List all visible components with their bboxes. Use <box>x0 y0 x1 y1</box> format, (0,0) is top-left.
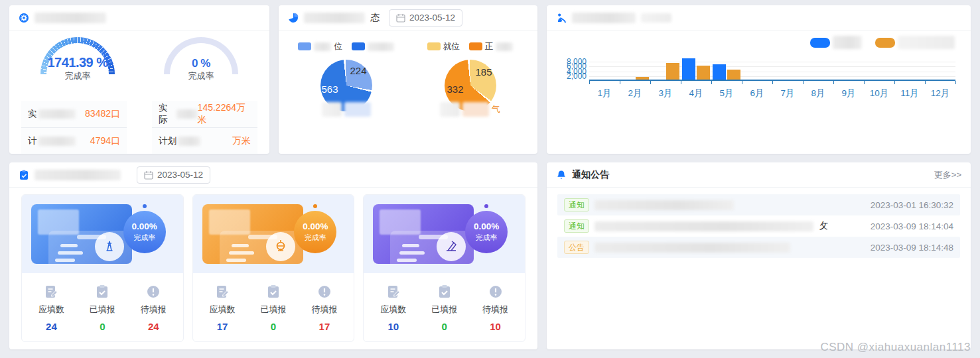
clipboard-check-icon <box>265 284 281 300</box>
panel-fill-title-redacted <box>35 170 121 180</box>
notice-list: 通知 2023-03-01 16:30:32通知 攵 2023-03-09 18… <box>547 188 971 258</box>
completion-table-length: 实际 145.2264万米 计划 万米 <box>152 101 257 154</box>
row-label: 计 <box>28 135 76 147</box>
calendar-icon <box>396 13 405 23</box>
stat-label: 已填报 <box>419 304 470 316</box>
legend-item: 就位 <box>427 41 460 52</box>
stat-label: 应填数 <box>368 304 419 316</box>
fill-date-value: 2023-05-12 <box>157 170 203 180</box>
fill-card-blue[interactable]: 0.00% 完成率 应填数 24 已填报 0 <box>21 194 184 342</box>
y-tick-label: 2,000 <box>567 72 587 80</box>
status-date-value: 2023-05-12 <box>409 13 455 23</box>
notice-title-redacted <box>595 221 813 231</box>
notice-title-redacted <box>595 243 790 253</box>
legend-swatch <box>469 42 482 50</box>
more-link[interactable]: 更多>> <box>934 169 961 181</box>
x-tick-label: 3月 <box>650 62 681 99</box>
x-tick-label: 5月 <box>711 62 742 99</box>
fill-card-purple[interactable]: 0.00% 完成率 应填数 10 已填报 0 <box>363 194 525 342</box>
notice-time: 2023-03-09 18:14:04 <box>871 221 953 231</box>
stat-pending: 待填报 24 <box>128 284 179 332</box>
x-tick-label: 8月 <box>803 62 833 99</box>
stat-value: 24 <box>128 321 179 332</box>
x-tick-label: 11月 <box>894 62 925 99</box>
notice-row[interactable]: 通知 攵 2023-03-09 18:14:04 <box>557 215 960 237</box>
gear-icon <box>19 13 29 23</box>
legend-item: 位 <box>298 41 342 52</box>
panel-fill-header: 2023-05-12 <box>9 162 537 188</box>
stat-value: 10 <box>470 321 521 332</box>
stat-label: 已填报 <box>248 304 299 316</box>
stat-pending: 待填报 17 <box>299 284 350 332</box>
card-stats: 应填数 17 已填报 0 待填报 17 <box>193 273 354 341</box>
pie-value-big: 332 <box>447 84 464 95</box>
panel-status-title-suffix: 态 <box>370 12 380 24</box>
legend-item <box>352 42 394 51</box>
x-tick-label: 10月 <box>864 62 894 99</box>
panel-status: 态 2023-05-12 位 563 224 <box>279 5 537 154</box>
bar-legend <box>810 36 955 49</box>
panel-completion-title-redacted <box>35 13 106 23</box>
worker-icon <box>556 13 567 23</box>
clipboard-check-icon <box>437 284 453 300</box>
pies-row: 位 563 224 就位 <box>279 40 537 111</box>
pie-value-small: 224 <box>350 65 366 76</box>
legend-swatch <box>427 42 441 50</box>
x-tick-label: 1月 <box>589 62 620 99</box>
pie-group-orange: 就位 正 332 185 气 <box>414 40 527 111</box>
panel-completion-header <box>9 5 269 30</box>
bell-icon <box>556 170 567 180</box>
pie-footnote <box>290 102 403 117</box>
x-axis-tick <box>955 81 956 84</box>
notice-row[interactable]: 通知 2023-03-01 16:30:32 <box>557 194 960 215</box>
stat-value: 10 <box>368 321 419 332</box>
stat-filled: 已填报 0 <box>419 284 470 332</box>
doc-edit-icon <box>385 284 401 300</box>
fill-date-picker[interactable]: 2023-05-12 <box>137 166 210 184</box>
card-illustration-area: 0.00% 完成率 <box>364 195 525 273</box>
stat-filled: 已填报 0 <box>248 284 299 332</box>
completion-badge: 0.00% 完成率 <box>465 211 508 253</box>
panel-status-header: 态 2023-05-12 <box>279 5 537 30</box>
card-illustration-area: 0.00% 完成率 <box>193 195 354 273</box>
doc-edit-icon <box>43 284 59 300</box>
row-value: 83482口 <box>85 108 120 120</box>
panel-notice: 通知公告 更多>> 通知 2023-03-01 16:30:32通知 攵 202… <box>547 162 971 349</box>
stat-required: 应填数 17 <box>197 284 248 332</box>
valve-icon <box>266 232 295 261</box>
panel-notice-header: 通知公告 更多>> <box>547 162 971 188</box>
panel-fill: 2023-05-12 0.00% 完成率 <box>9 162 537 349</box>
legend-swatch <box>298 42 311 50</box>
card-illustration-area: 0.00% 完成率 <box>22 195 183 273</box>
badge-rate: 0.00% <box>303 221 328 231</box>
legend-item-blue <box>810 36 862 49</box>
status-date-picker[interactable]: 2023-05-12 <box>389 9 462 27</box>
valve-illustration <box>202 204 303 264</box>
completion-tables: 实 83482口 计 4794口 实际 145.2264万米 计划 万米 <box>9 101 269 154</box>
exclamation-circle-icon <box>145 284 161 300</box>
pumpjack-illustration <box>373 204 474 264</box>
derrick-icon <box>95 232 124 261</box>
stat-value: 17 <box>197 321 248 332</box>
pie-group-blue: 位 563 224 <box>290 40 403 111</box>
pie-legend: 位 <box>290 40 403 53</box>
stat-value: 0 <box>248 321 299 332</box>
completion-gauge-length: 0 % 完成率 <box>148 37 254 81</box>
row-label: 计划 <box>159 135 200 147</box>
x-tick-label: 2月 <box>620 62 650 99</box>
gauge-value: 1741.39 % <box>25 55 131 70</box>
gauge-row: 1741.39 % 完成率 0 % 完成率 <box>9 37 269 81</box>
completion-badge: 0.00% 完成率 <box>123 211 166 253</box>
notice-row[interactable]: 公告 2023-03-09 18:14:48 <box>557 237 960 258</box>
x-tick-label: 9月 <box>833 62 864 99</box>
notice-tag: 公告 <box>564 241 589 254</box>
pie-footnote: 气 <box>414 102 527 117</box>
stat-filled: 已填报 0 <box>77 284 128 332</box>
notice-title-redacted <box>595 200 734 210</box>
stat-value: 17 <box>299 321 350 332</box>
fill-card-orange[interactable]: 0.00% 完成率 应填数 17 已填报 0 <box>192 194 355 342</box>
fill-cards-row: 0.00% 完成率 应填数 24 已填报 0 <box>9 188 537 342</box>
badge-rate: 0.00% <box>474 221 499 231</box>
csdn-watermark: CSDN @xiahuaxuanlan1113 <box>820 341 971 354</box>
panel-monthly-header <box>547 5 971 30</box>
